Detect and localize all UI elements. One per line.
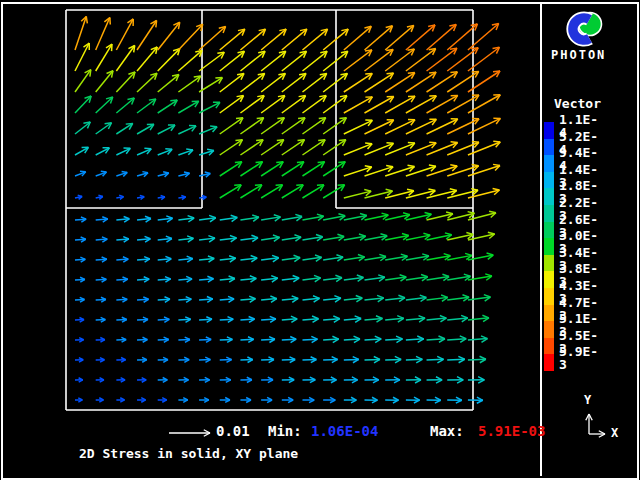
brand-text: PHOTON xyxy=(551,49,606,61)
legend-swatch xyxy=(544,238,554,255)
scale-value: 0.01 xyxy=(216,424,250,438)
legend-swatch xyxy=(544,222,554,239)
legend-swatch xyxy=(544,338,554,355)
legend-swatch xyxy=(544,205,554,222)
x-axis-label: X xyxy=(611,427,618,439)
legend-swatch xyxy=(544,139,554,156)
min-value: 1.06E-04 xyxy=(311,424,378,438)
legend-swatch xyxy=(544,188,554,205)
panel-separator xyxy=(540,2,542,476)
photon-app-window: PHOTON Vector 1.1E-45.2E-49.4E-41.4E-31.… xyxy=(0,0,640,480)
legend-swatch xyxy=(544,271,554,288)
legend-swatch xyxy=(544,305,554,322)
legend-swatch xyxy=(544,288,554,305)
legend-swatch xyxy=(544,354,554,371)
legend-swatch xyxy=(544,172,554,189)
legend-label: 5.9E-3 xyxy=(559,345,598,371)
min-label: Min: xyxy=(268,424,302,438)
legend-swatch xyxy=(544,255,554,272)
legend-swatch xyxy=(544,155,554,172)
legend-swatch xyxy=(544,122,554,139)
legend-title: Vector xyxy=(554,97,601,110)
photon-logo-icon xyxy=(560,10,606,48)
max-label: Max: xyxy=(430,424,464,438)
max-value: 5.91E-03 xyxy=(478,424,545,438)
legend-swatch xyxy=(544,321,554,338)
plot-title: 2D Stress in solid, XY plane xyxy=(79,447,298,460)
y-axis-label: Y xyxy=(584,394,591,406)
